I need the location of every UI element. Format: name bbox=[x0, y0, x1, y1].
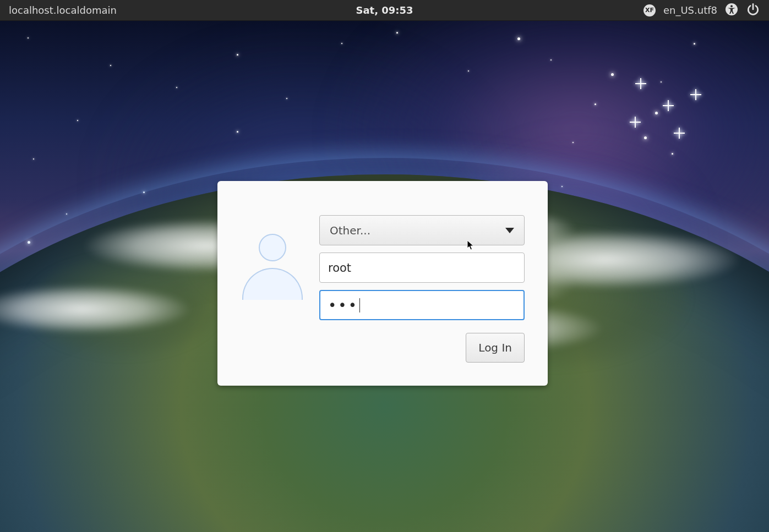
password-mask: ••• bbox=[328, 297, 358, 314]
desktop-badge-icon[interactable]: XF bbox=[643, 4, 656, 17]
locale-indicator[interactable]: en_US.utf8 bbox=[663, 4, 717, 16]
topbar-right-cluster: XF en_US.utf8 bbox=[643, 2, 760, 19]
svg-point-1 bbox=[730, 5, 733, 7]
user-avatar-icon bbox=[241, 234, 304, 300]
power-icon[interactable] bbox=[746, 2, 760, 19]
top-bar: localhost.localdomain Sat, 09:53 XF en_U… bbox=[0, 0, 769, 21]
clock: Sat, 09:53 bbox=[356, 4, 413, 16]
login-panel: Other... ••• Log In bbox=[217, 181, 548, 386]
username-input[interactable] bbox=[319, 253, 525, 283]
password-input[interactable]: ••• bbox=[319, 290, 525, 320]
accessibility-icon[interactable] bbox=[725, 3, 738, 18]
chevron-down-icon bbox=[505, 228, 514, 233]
user-selector-dropdown[interactable]: Other... bbox=[319, 215, 525, 245]
login-button[interactable]: Log In bbox=[466, 333, 525, 363]
hostname-label: localhost.localdomain bbox=[9, 4, 117, 16]
user-selector-label: Other... bbox=[330, 224, 370, 237]
